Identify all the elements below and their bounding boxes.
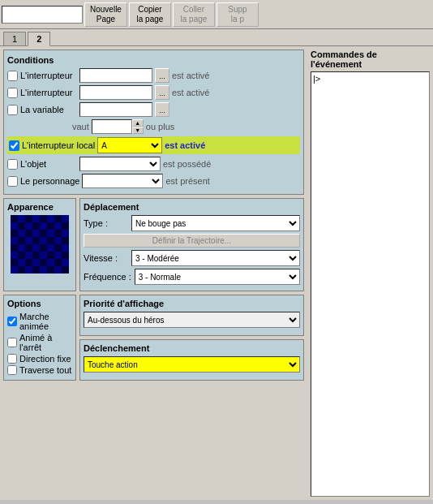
movement-title: Déplacement: [84, 202, 300, 212]
left-panel: Conditions L'interrupteur ... est activé…: [0, 46, 307, 500]
marche-animee-row: Marche animée: [7, 312, 72, 331]
character-label: Le personnage: [20, 176, 79, 186]
condition-1-label: L'interrupteur: [20, 71, 77, 80]
copier-page-button[interactable]: Copier la page: [129, 2, 171, 27]
trajectory-button[interactable]: Définir la Trajectoire...: [84, 234, 300, 248]
condition-local-label: L'interrupteur local: [22, 140, 95, 150]
spin-input[interactable]: [92, 119, 132, 134]
condition-3-label: La variable: [20, 105, 77, 114]
conditions-section: Conditions L'interrupteur ... est activé…: [3, 50, 304, 195]
appearance-title: Apparence: [7, 202, 72, 212]
character-checkbox[interactable]: [7, 176, 18, 187]
speed-select[interactable]: 3 - Modérée: [131, 250, 300, 266]
appearance-movement-row: Apparence Déplacement Type : Ne bouge pa…: [3, 198, 304, 291]
condition-2-input[interactable]: [79, 85, 152, 100]
direction-fixe-label: Direction fixe: [19, 354, 71, 364]
condition-3-dots[interactable]: ...: [155, 102, 169, 117]
priority-select[interactable]: Au-dessous du héros Même niveau que le h…: [84, 312, 300, 328]
movement-type-row: Type : Ne bouge pas Aléatoire Fixe: [84, 215, 300, 231]
anime-arret-row: Animé à l'arrêt: [7, 333, 72, 352]
ou-plus-label: ou plus: [146, 122, 174, 131]
type-label: Type :: [84, 218, 128, 228]
character-select[interactable]: [82, 174, 163, 188]
main-area: Conditions L'interrupteur ... est activé…: [0, 46, 433, 500]
traverse-tout-row: Traverse tout: [7, 365, 72, 375]
condition-1-dots[interactable]: ...: [155, 68, 169, 83]
condition-local-checkbox[interactable]: [9, 140, 19, 151]
tab-2[interactable]: 2: [28, 32, 50, 46]
event-commands-content: |>: [313, 74, 320, 84]
marche-animee-label: Marche animée: [19, 312, 72, 331]
object-row: L'objet est possédé: [7, 157, 300, 171]
condition-local-select[interactable]: A B C D: [97, 137, 162, 153]
sprite-preview[interactable]: [11, 215, 69, 274]
movement-section: Déplacement Type : Ne bouge pas Aléatoir…: [79, 198, 304, 291]
traverse-tout-checkbox[interactable]: [7, 365, 17, 375]
tab-1[interactable]: 1: [3, 32, 26, 45]
nouvelle-page-button[interactable]: Nouvelle Page: [84, 2, 127, 27]
spin-wrapper: ▲ ▼: [92, 119, 144, 134]
condition-1-checkbox[interactable]: [7, 71, 18, 81]
vaut-label: vaut: [72, 122, 89, 131]
speed-label: Vitesse :: [84, 253, 128, 263]
condition-2-label: L'interrupteur: [20, 88, 77, 97]
trigger-select[interactable]: Touche action Contact du héros Contact d…: [84, 356, 300, 373]
options-section: Options Marche animée Animé à l'arrêt Di…: [3, 295, 76, 381]
options-priority-trigger-row: Options Marche animée Animé à l'arrêt Di…: [3, 295, 304, 381]
sprite-checker: [11, 215, 69, 274]
object-select[interactable]: [79, 157, 161, 171]
condition-3-input[interactable]: [79, 102, 152, 117]
coller-page-button[interactable]: Coller la page: [173, 2, 215, 27]
frequency-label: Fréquence :: [84, 272, 131, 282]
condition-2-status: est activé: [172, 88, 209, 97]
anime-arret-checkbox[interactable]: [7, 338, 17, 347]
event-commands-title: Commandes de l'événement: [311, 50, 430, 69]
condition-1-status: est activé: [172, 71, 209, 80]
object-label: L'objet: [20, 159, 77, 169]
condition-2-dots[interactable]: ...: [155, 85, 169, 100]
priority-section: Priorité d'affichage Au-dessous du héros…: [79, 295, 304, 336]
priority-title: Priorité d'affichage: [84, 299, 300, 308]
trigger-section: Déclenchement Touche action Contact du h…: [79, 339, 304, 381]
supprimer-page-button[interactable]: Supp la p: [216, 2, 259, 27]
condition-local-status: est activé: [165, 140, 205, 150]
toolbar: EV002 Nouvelle Page Copier la page Colle…: [0, 0, 433, 29]
frequency-row: Fréquence : 3 - Normale: [84, 269, 300, 285]
condition-row-1: L'interrupteur ... est activé: [7, 68, 300, 83]
condition-row-2: L'interrupteur ... est activé: [7, 85, 300, 100]
conditions-title: Conditions: [7, 55, 300, 65]
vaut-row: vaut ▲ ▼ ou plus: [7, 119, 300, 134]
right-panel: Commandes de l'événement |>: [307, 46, 433, 500]
condition-3-checkbox[interactable]: [7, 105, 18, 115]
character-row: Le personnage est présent: [7, 174, 300, 188]
condition-row-3: La variable ...: [7, 102, 300, 117]
event-commands-area[interactable]: |>: [311, 71, 430, 497]
tabs-row: 1 2: [0, 29, 433, 46]
condition-2-checkbox[interactable]: [7, 88, 18, 98]
appearance-section: Apparence: [3, 198, 76, 291]
spin-down[interactable]: ▼: [132, 127, 144, 134]
frequency-select[interactable]: 3 - Normale: [135, 269, 300, 285]
movement-type-select[interactable]: Ne bouge pas Aléatoire Fixe: [131, 215, 300, 231]
options-title: Options: [7, 299, 72, 308]
trigger-title: Déclenchement: [84, 343, 300, 353]
anime-arret-label: Animé à l'arrêt: [19, 333, 72, 352]
spin-buttons: ▲ ▼: [132, 119, 144, 134]
condition-1-input[interactable]: [79, 68, 152, 83]
spin-up[interactable]: ▲: [132, 119, 144, 127]
traverse-tout-label: Traverse tout: [19, 365, 71, 375]
character-status: est présent: [165, 176, 209, 186]
direction-fixe-row: Direction fixe: [7, 354, 72, 364]
priority-trigger-stack: Priorité d'affichage Au-dessous du héros…: [79, 295, 304, 381]
marche-animee-checkbox[interactable]: [7, 317, 17, 326]
object-status: est possédé: [163, 159, 211, 169]
highlighted-condition-row: L'interrupteur local A B C D est activé: [7, 136, 300, 154]
event-id-input[interactable]: EV002: [2, 6, 83, 24]
speed-row: Vitesse : 3 - Modérée: [84, 250, 300, 266]
object-checkbox[interactable]: [7, 159, 18, 170]
direction-fixe-checkbox[interactable]: [7, 354, 17, 364]
